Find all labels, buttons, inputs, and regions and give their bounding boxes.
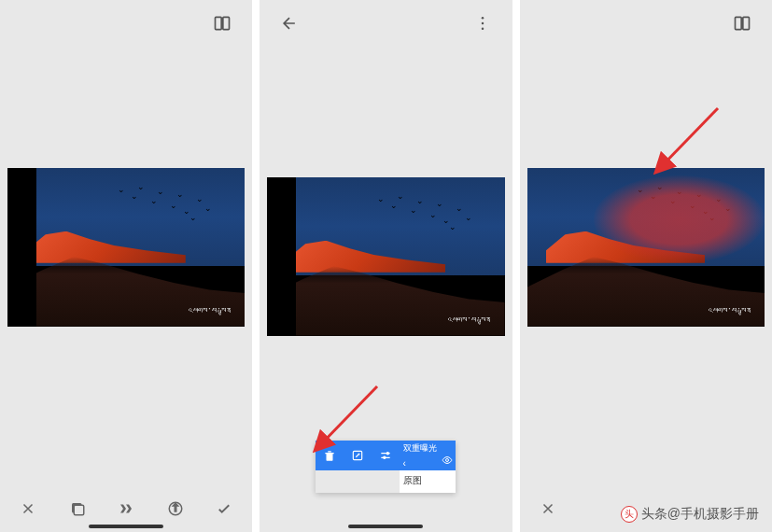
more-icon[interactable] [468, 8, 498, 38]
svg-point-11 [446, 459, 449, 462]
photo-watermark: འཕགས་པ་སྤྱན [709, 306, 751, 316]
compare-icon[interactable] [207, 8, 237, 38]
black-border [267, 177, 296, 336]
svg-rect-1 [223, 17, 230, 29]
svg-point-6 [481, 22, 484, 25]
svg-point-10 [384, 456, 386, 458]
photo-watermark: འཕགས་པ་སྤྱན [189, 306, 231, 316]
effect-label: 双重曝光 [403, 443, 437, 453]
top-bar [260, 0, 512, 47]
edit-toolbar-popup: 双重曝光 ‹ 原图 [316, 441, 456, 493]
photo[interactable]: ⌄ ⌄ ⌄ ⌄ ⌄ ⌄ ⌄ ⌄ ⌄ ⌄ ⌄ འཕགས་པ་སྤྱན [527, 168, 765, 327]
svg-point-7 [481, 28, 484, 31]
styles-icon[interactable] [63, 494, 92, 524]
home-indicator [348, 525, 423, 528]
image-area: ⌄ ⌄ ⌄ ⌄ ⌄ ⌄ ⌄ ⌄ ⌄ ⌄ ⌄ འཕགས་པ་སྤྱན [520, 47, 772, 485]
tools-icon[interactable] [111, 494, 141, 524]
svg-rect-14 [735, 17, 741, 29]
visibility-icon[interactable] [442, 455, 453, 468]
home-indicator [89, 525, 163, 528]
svg-point-5 [481, 17, 484, 20]
close-icon[interactable] [533, 494, 563, 524]
photo-watermark: འཕགས་པ་སྤྱན [448, 315, 490, 326]
svg-rect-15 [743, 17, 750, 29]
svg-point-9 [387, 453, 389, 455]
birds-flock: ⌄ ⌄ ⌄ ⌄ ⌄ ⌄ ⌄ ⌄ ⌄ ⌄ ⌄ [98, 181, 229, 229]
image-area: ⌄ ⌄ ⌄ ⌄ ⌄ ⌄ ⌄ ⌄ ⌄ ⌄ ⌄ འཕགས་པ་སྤྱན [0, 47, 252, 485]
original-label: 原图 [403, 475, 422, 485]
panel-right: ⌄ ⌄ ⌄ ⌄ ⌄ ⌄ ⌄ ⌄ ⌄ ⌄ ⌄ འཕགས་པ་སྤྱན [520, 0, 772, 532]
compare-icon[interactable] [727, 8, 757, 38]
svg-rect-0 [216, 17, 222, 29]
top-bar [520, 0, 772, 47]
birds-flock: ⌄ ⌄ ⌄ ⌄ ⌄ ⌄ ⌄ ⌄ ⌄ ⌄ ⌄ [358, 190, 488, 238]
close-icon[interactable] [13, 494, 43, 524]
delete-icon[interactable] [316, 441, 344, 470]
mask-overlay [594, 175, 765, 262]
svg-rect-3 [74, 505, 84, 515]
back-icon[interactable] [274, 8, 304, 38]
photo[interactable]: ⌄ ⌄ ⌄ ⌄ ⌄ ⌄ ⌄ ⌄ ⌄ ⌄ ⌄ འཕགས་པ་སྤྱན [7, 168, 245, 327]
original-row[interactable]: 原图 [400, 470, 456, 493]
photo[interactable]: ⌄ ⌄ ⌄ ⌄ ⌄ ⌄ ⌄ ⌄ ⌄ ⌄ ⌄ འཕགས་པ་སྤྱན [267, 177, 504, 336]
panel-left: ⌄ ⌄ ⌄ ⌄ ⌄ ⌄ ⌄ ⌄ ⌄ ⌄ ⌄ འཕགས་པ་སྤྱན [0, 0, 252, 532]
edit-icon[interactable] [344, 441, 372, 470]
watermark-logo-icon: 头 [621, 506, 638, 523]
adjust-icon[interactable] [372, 441, 400, 470]
source-watermark: 头 头条@手机摄影手册 [617, 504, 763, 525]
check-icon[interactable] [209, 494, 239, 524]
top-bar [0, 0, 252, 47]
panel-middle: ⌄ ⌄ ⌄ ⌄ ⌄ ⌄ ⌄ ⌄ ⌄ ⌄ ⌄ འཕགས་པ་སྤྱན [260, 0, 512, 532]
effect-row[interactable]: 双重曝光 ‹ [400, 441, 456, 470]
watermark-text: 头条@手机摄影手册 [641, 506, 759, 523]
export-icon[interactable] [161, 494, 190, 524]
black-border [7, 168, 36, 327]
chevron-left-icon: ‹ [402, 458, 405, 469]
